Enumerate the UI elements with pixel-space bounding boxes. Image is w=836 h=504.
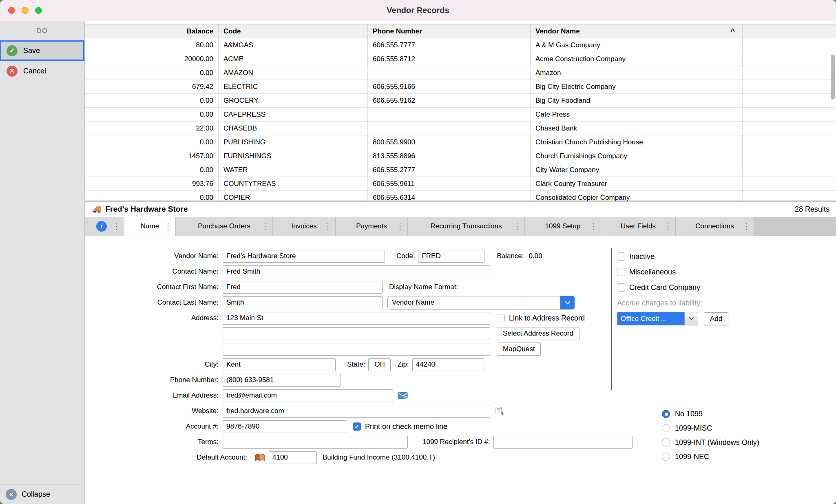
tab-purchase-orders[interactable]: Purchase Orders ⋮ [176, 217, 273, 236]
tab-menu-icon[interactable]: ⋮ [324, 223, 332, 230]
table-row[interactable]: 0.00 CAFEPRESS Cafe Press [85, 108, 836, 122]
address-line3-input[interactable] [223, 343, 490, 356]
titlebar: Vendor Records [0, 0, 836, 21]
tab-menu-icon[interactable]: ⋮ [743, 223, 750, 230]
collapse-button[interactable]: « Collapse [0, 484, 84, 504]
tab-recurring-transactions[interactable]: Recurring Transactions ⋮ [408, 217, 525, 236]
display-name-format-value: Vendor Name [392, 298, 434, 307]
tab-invoices[interactable]: Invoices ⋮ [273, 217, 336, 236]
miscellaneous-checkbox[interactable] [617, 268, 625, 276]
print-on-check-checkbox[interactable]: ✓ [353, 422, 361, 431]
liability-account-value: Office Credit ... [617, 312, 684, 325]
liability-account-dropdown[interactable]: Office Credit ... [617, 312, 698, 325]
tab-menu-icon[interactable]: ⋮ [590, 223, 597, 230]
default-account-input[interactable] [269, 451, 317, 464]
contact-last-name-input[interactable] [223, 296, 383, 309]
tab-payments[interactable]: Payments ⋮ [336, 217, 408, 236]
vendor-name-input[interactable] [223, 250, 385, 263]
table-row[interactable]: 1457.00 FURNISHINGS 813.555.8896 Church … [85, 149, 836, 163]
table-row[interactable]: 0.00 GROCERY 606.555.9162 Big City Foodl… [85, 94, 836, 108]
table-scrollbar[interactable] [831, 55, 835, 99]
credit-card-company-checkbox[interactable] [617, 283, 625, 292]
tab-menu-icon[interactable]: ⋮ [396, 223, 404, 230]
cancel-button[interactable]: ✕ Cancel [0, 61, 84, 81]
add-liability-button[interactable]: Add [704, 312, 728, 325]
recipient-id-input[interactable] [493, 436, 633, 449]
table-row[interactable]: 993.76 COUNTYTREAS 606.555.9611 Clark Co… [85, 177, 836, 191]
address-line2-input[interactable] [223, 327, 490, 340]
tab-menu-icon[interactable]: ⋮ [261, 223, 269, 230]
tab-menu-icon[interactable]: ⋮ [113, 223, 120, 230]
credit-card-company-label: Credit Card Company [629, 283, 700, 292]
inactive-checkbox[interactable] [617, 252, 625, 261]
tab-user-fields[interactable]: User Fields ⋮ [601, 217, 676, 236]
send-email-icon[interactable] [398, 391, 408, 400]
default-account-label: Default Account: [85, 453, 251, 462]
chevron-down-icon[interactable] [684, 312, 698, 325]
link-to-address-checkbox[interactable] [497, 314, 505, 322]
table-row[interactable]: 0.00 PUBLISHING 800.555.9900 Christian C… [85, 135, 836, 149]
tab-menu-icon[interactable]: ⋮ [513, 223, 521, 230]
save-check-icon: ✓ [7, 45, 18, 56]
account-lookup-icon[interactable] [254, 453, 265, 462]
contact-last-name-label: Contact Last Name: [85, 298, 223, 307]
code-label: Code: [396, 252, 415, 260]
code-input[interactable] [418, 250, 484, 263]
sidebar-header: DO [0, 21, 84, 40]
column-header-code[interactable]: Code [219, 24, 368, 38]
contact-name-input[interactable] [223, 265, 490, 278]
display-name-format-label: Display Name Format: [389, 283, 458, 291]
table-row[interactable]: 679.42 ELECTRIC 606.555.9166 Big City El… [85, 80, 836, 94]
address-line1-input[interactable] [223, 312, 490, 325]
email-address-input[interactable] [223, 389, 393, 402]
display-name-format-dropdown[interactable]: Vendor Name [387, 296, 575, 309]
1099-misc-radio[interactable] [662, 424, 670, 432]
select-address-record-button[interactable]: Select Address Record [497, 327, 579, 340]
zoom-window-button[interactable] [35, 7, 42, 14]
contact-first-name-input[interactable] [223, 281, 383, 294]
table-row[interactable]: 0.00 WATER 606.555.2777 City Water Compa… [85, 163, 836, 177]
info-icon[interactable]: i [96, 221, 107, 232]
tab-bar: i ⋮ Name ⋮ Purchase Orders ⋮ Invoices ⋮ … [85, 217, 836, 236]
tab-info[interactable]: i ⋮ [85, 217, 124, 236]
sort-ascending-icon: ^ [730, 27, 737, 36]
miscellaneous-label: Miscellaneous [629, 268, 676, 276]
table-row[interactable]: 0.00 AMAZON Amazon [85, 66, 836, 80]
minimize-window-button[interactable] [22, 7, 29, 14]
terms-input[interactable] [223, 436, 408, 449]
tab-name[interactable]: Name ⋮ [124, 217, 176, 236]
table-row[interactable]: 80.00 A&MGAS 606.555.7777 A & M Gas Comp… [85, 38, 836, 52]
column-header-balance[interactable]: Balance [85, 24, 219, 38]
address-label: Address: [85, 314, 223, 322]
website-input[interactable] [223, 405, 490, 418]
table-row[interactable]: 22.00 CHASEDB Chased Bank [85, 122, 836, 135]
table-row[interactable]: 20000.00 ACME 606.555.8712 Acme Construc… [85, 52, 836, 66]
tab-connections[interactable]: Connections ⋮ [676, 217, 754, 236]
column-header-vendor-name[interactable]: Vendor Name ^ [531, 24, 743, 38]
inactive-label: Inactive [629, 252, 655, 261]
contact-first-name-label: Contact First Name: [85, 283, 223, 291]
tab-1099-setup[interactable]: 1099 Setup ⋮ [525, 217, 601, 236]
phone-number-input[interactable] [223, 374, 341, 387]
close-window-button[interactable] [8, 7, 15, 14]
chevron-down-icon [560, 296, 575, 309]
state-input[interactable] [368, 358, 391, 371]
no-1099-radio[interactable] [662, 410, 670, 418]
city-input[interactable] [223, 358, 336, 371]
name-tab-form: Vendor Name: Code: Balance: 0.00 Contact… [85, 236, 836, 504]
account-number-input[interactable] [223, 420, 346, 433]
print-on-check-label: Print on check memo line [365, 422, 447, 431]
tab-menu-icon[interactable]: ⋮ [164, 223, 172, 230]
table-row[interactable]: 0.00 COPIER 606.555.6314 Consolidated Co… [85, 191, 836, 201]
zip-input[interactable] [412, 358, 484, 371]
tab-menu-icon[interactable]: ⋮ [664, 223, 672, 230]
email-address-label: Email Address: [85, 391, 223, 400]
account-number-label: Account #: [85, 422, 223, 431]
save-button[interactable]: ✓ Save [0, 40, 84, 61]
open-website-icon[interactable] [495, 407, 504, 416]
mapquest-button[interactable]: MapQuest [497, 343, 541, 356]
column-header-phone[interactable]: Phone Number [368, 24, 531, 38]
1099-int-label: 1099-INT (Windows Only) [675, 438, 759, 447]
1099-nec-radio[interactable] [662, 453, 670, 461]
1099-int-radio[interactable] [662, 438, 670, 447]
